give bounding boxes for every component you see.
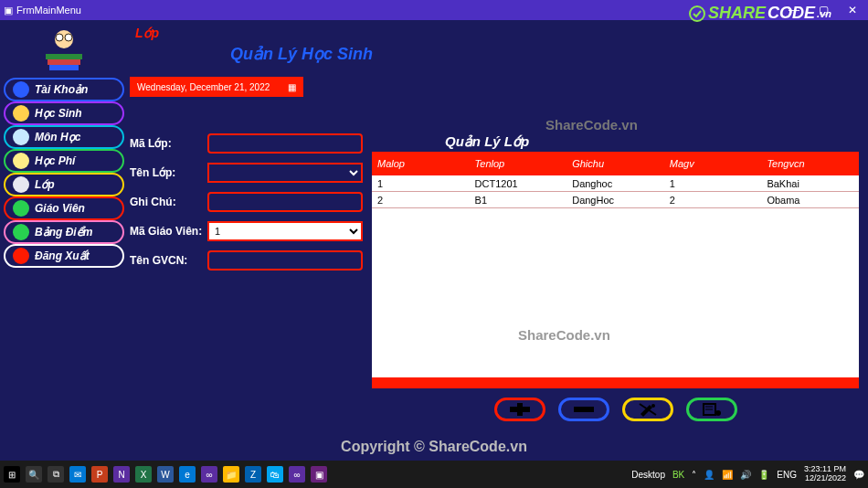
app-logo <box>4 24 124 74</box>
magv-select[interactable]: 1 <box>207 221 363 241</box>
gvcn-label: Tên GVCN: <box>130 254 207 267</box>
onenote-icon[interactable]: N <box>113 466 130 483</box>
sidebar-item-1[interactable]: Học Sinh <box>4 101 124 125</box>
table-title: Quản Lý Lớp <box>445 133 859 150</box>
edge-icon[interactable]: e <box>179 466 196 483</box>
content-area: Lớp Quản Lý Học Sinh Wednesday, December… <box>128 20 868 461</box>
add-button[interactable] <box>494 398 545 421</box>
vs-icon[interactable]: ∞ <box>201 466 217 483</box>
ghichu-input[interactable] <box>207 192 363 212</box>
zalo-icon[interactable]: Z <box>245 466 261 483</box>
explorer-icon[interactable]: 📁 <box>223 466 239 483</box>
sidebar-item-3[interactable]: Học Phí <box>4 149 124 173</box>
sidebar-item-6[interactable]: Bảng Điểm <box>4 220 124 244</box>
table-cell: 2 <box>664 195 762 206</box>
close-button[interactable]: ✕ <box>846 4 859 16</box>
table-area: ShareCode.vn Quản Lý Lớp MalopTenlopGhic… <box>372 133 859 421</box>
sidebar-item-label: Đăng Xuất <box>35 249 90 262</box>
table-cell: 2 <box>372 195 470 206</box>
table-cell: Danghoc <box>566 178 664 189</box>
malop-label: Mã Lớp: <box>130 137 207 150</box>
sidebar-item-4[interactable]: Lớp <box>4 173 124 196</box>
malop-input[interactable] <box>207 133 363 154</box>
table-cell: 1 <box>372 178 470 189</box>
table-row[interactable]: 2B1DangHoc2Obama <box>372 192 859 208</box>
sidebar-item-icon <box>13 105 29 122</box>
sidebar-item-0[interactable]: Tài Khoản <box>4 78 124 101</box>
sidebar-item-icon <box>13 248 29 264</box>
delete-button[interactable] <box>558 398 609 421</box>
table-cell: BaKhai <box>761 178 859 189</box>
table-row[interactable]: 1DCT1201Danghoc1BaKhai <box>372 175 859 192</box>
word-icon[interactable]: W <box>157 466 174 483</box>
sidebar-item-icon <box>13 200 29 217</box>
tray-lang[interactable]: ENG <box>777 470 797 480</box>
taskbar: ⊞ 🔍 ⧉ ✉ P N X W e ∞ 📁 Z 🛍 ∞ ▣ Desktop BK… <box>0 461 868 488</box>
calendar-icon: ▦ <box>288 82 296 92</box>
section-heading: Lớp <box>135 26 159 40</box>
sidebar-item-label: Tài Khoản <box>35 83 88 96</box>
sidebar-item-icon <box>13 81 29 98</box>
tenlop-select[interactable] <box>207 163 363 183</box>
sidebar-item-icon <box>13 176 29 193</box>
date-display: Wednesday, December 21, 2022 <box>137 82 270 92</box>
table-cell: DCT1201 <box>470 178 567 189</box>
watermark-text-2: ShareCode.vn <box>518 327 610 343</box>
sidebar-item-label: Học Phí <box>35 154 75 167</box>
gvcn-input[interactable] <box>207 250 363 271</box>
sidebar-item-7[interactable]: Đăng Xuất <box>4 244 124 268</box>
sidebar-item-icon <box>13 153 29 169</box>
tray-battery-icon[interactable]: 🔋 <box>758 470 769 480</box>
sidebar-item-5[interactable]: Giáo Viên <box>4 196 124 220</box>
class-form: Mã Lớp: Tên Lớp: Ghi Chú: Mã Giáo Viên: … <box>130 133 363 421</box>
tray-chevron-icon[interactable]: ˄ <box>692 470 696 480</box>
tenlop-label: Tên Lớp: <box>130 166 207 179</box>
excel-icon[interactable]: X <box>135 466 152 483</box>
tray-wifi-icon[interactable]: 📶 <box>722 470 733 480</box>
sidebar: Tài KhoảnHọc SinhMôn HọcHọc PhíLớpGiáo V… <box>0 20 128 461</box>
store-icon[interactable]: 🛍 <box>267 466 283 483</box>
table-col-header: Tengvcn <box>761 158 859 169</box>
table-col-header: Tenlop <box>470 158 567 169</box>
app-icon[interactable]: ▣ <box>311 466 327 483</box>
svg-rect-4 <box>46 54 82 59</box>
table-col-header: Magv <box>664 158 762 169</box>
sidebar-item-icon <box>13 129 29 145</box>
search-icon[interactable]: 🔍 <box>26 466 42 483</box>
taskview-icon[interactable]: ⧉ <box>48 466 64 483</box>
date-picker[interactable]: Wednesday, December 21, 2022 ▦ <box>130 77 303 97</box>
svg-rect-8 <box>510 407 530 412</box>
tray-volume-icon[interactable]: 🔊 <box>740 470 751 480</box>
svg-point-10 <box>651 404 655 408</box>
tray-people-icon[interactable]: 👤 <box>704 470 715 480</box>
desktop-label[interactable]: Desktop <box>631 470 665 480</box>
table-cell: B1 <box>470 195 567 206</box>
vs2-icon[interactable]: ∞ <box>289 466 305 483</box>
powerpoint-icon[interactable]: P <box>91 466 108 483</box>
table-col-header: Malop <box>372 158 470 169</box>
svg-rect-6 <box>49 65 79 70</box>
edit-button[interactable] <box>622 398 673 421</box>
window-icon: ▣ <box>4 5 13 16</box>
watermark-text-1: ShareCode.vn <box>545 117 638 133</box>
page-title: Quản Lý Học Sinh <box>230 44 859 64</box>
sidebar-item-label: Học Sinh <box>35 107 82 120</box>
sidebar-item-label: Lớp <box>35 178 55 191</box>
table-cell: DangHoc <box>566 195 664 206</box>
sidebar-item-label: Bảng Điểm <box>35 226 92 239</box>
table-cell: 1 <box>664 178 762 189</box>
taskbar-clock[interactable]: 3:23:11 PM 12/21/2022 <box>804 465 846 483</box>
mail-icon[interactable]: ✉ <box>69 466 86 483</box>
svg-rect-9 <box>574 407 594 412</box>
sharecode-logo: SHARECODE.vn <box>688 4 831 23</box>
svg-point-3 <box>65 34 72 41</box>
user-badge[interactable]: BK <box>672 470 684 480</box>
action-row <box>372 398 859 421</box>
svg-point-0 <box>690 6 704 21</box>
save-button[interactable] <box>686 398 737 421</box>
tray-notifications-icon[interactable]: 💬 <box>853 470 864 480</box>
start-button[interactable]: ⊞ <box>4 466 20 483</box>
window-title: FrmMainMenu <box>16 5 81 16</box>
sidebar-item-2[interactable]: Môn Học <box>4 125 124 149</box>
table-footer-strip <box>372 377 859 388</box>
